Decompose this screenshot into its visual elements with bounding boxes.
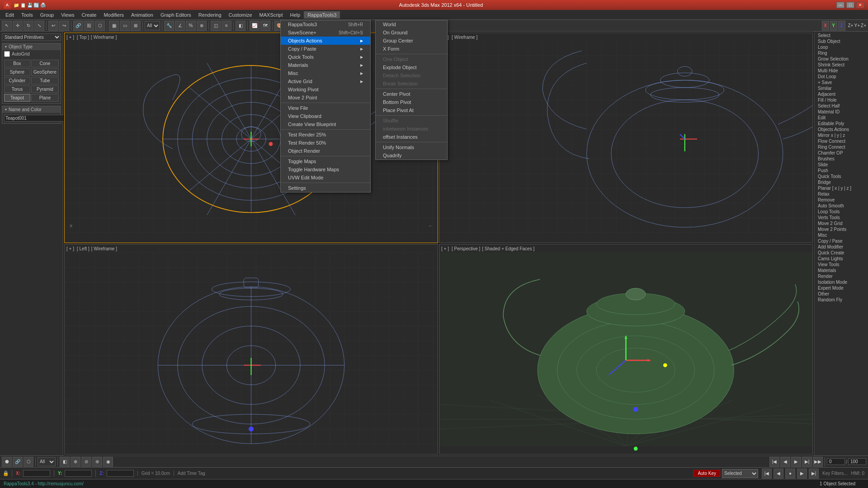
rp-objects-actions[interactable]: Objects Actions bbox=[815, 127, 867, 132]
bt-play[interactable]: ⬣ bbox=[2, 457, 12, 467]
viewport-top[interactable]: [ + ] [ Top ] [ Wireframe ] bbox=[64, 33, 438, 243]
tb-percent-snap[interactable]: % bbox=[186, 21, 196, 31]
rp-slide[interactable]: Slide bbox=[815, 162, 867, 168]
close-button[interactable]: ✕ bbox=[856, 2, 864, 8]
minimize-button[interactable]: ─ bbox=[836, 2, 844, 8]
bt-mirror2[interactable]: ⬡ bbox=[24, 457, 33, 467]
vp-bl-plus[interactable]: [ + ] bbox=[66, 246, 74, 251]
rp-render[interactable]: Render bbox=[815, 273, 867, 279]
btn-cone[interactable]: Cone bbox=[31, 60, 59, 67]
rp-material-id[interactable]: Material ID bbox=[815, 109, 867, 115]
rp-random-fly[interactable]: Random Fly bbox=[815, 297, 867, 303]
lock-icon[interactable]: 🔒 bbox=[0, 470, 12, 476]
z-coord-input[interactable]: 0.0cm bbox=[107, 470, 134, 477]
btn-tube[interactable]: Tube bbox=[31, 77, 59, 84]
tb-spinner-snap[interactable]: ⊕ bbox=[197, 21, 207, 31]
rp-grow-selection[interactable]: Grow Selection bbox=[815, 56, 867, 62]
btn-geosphere[interactable]: GeoSphere bbox=[31, 68, 59, 76]
btn-cylinder[interactable]: Cylinder bbox=[4, 77, 30, 84]
rp-ring-connect[interactable]: Ring Connect bbox=[815, 144, 867, 150]
kf-btn4[interactable]: ▶ bbox=[797, 469, 807, 479]
menu-create[interactable]: Create bbox=[78, 11, 100, 19]
tb-material-editor[interactable]: 🎨 bbox=[274, 21, 284, 31]
rp-chamfer-op[interactable]: Chamfer OP bbox=[815, 150, 867, 156]
kf-btn2[interactable]: ◀ bbox=[774, 469, 783, 479]
bt-snap[interactable]: 🔗 bbox=[13, 457, 23, 467]
tb-select-filter[interactable]: ▦ bbox=[109, 21, 119, 31]
maximize-button[interactable]: □ bbox=[846, 2, 854, 8]
x-coord-input[interactable]: 0.0cm bbox=[23, 470, 50, 477]
auto-key-button[interactable]: Auto Key bbox=[693, 470, 720, 477]
rp-dot-loop[interactable]: Dot Loop bbox=[815, 74, 867, 80]
tb-snap-toggle[interactable]: 🔧 bbox=[164, 21, 174, 31]
tb-redo[interactable]: ↪ bbox=[59, 21, 69, 31]
tb-bind-to-space[interactable]: ⬡ bbox=[95, 21, 105, 31]
vp-bl-mode[interactable]: [ Wireframe ] bbox=[91, 246, 117, 251]
rp-view-tools[interactable]: View Tools bbox=[815, 262, 867, 267]
rp-shrink-select[interactable]: Shrink Select bbox=[815, 62, 867, 68]
rp-misc[interactable]: Misc bbox=[815, 232, 867, 238]
tb-view-opt[interactable]: ⚙ bbox=[338, 21, 348, 31]
menu-animation[interactable]: Animation bbox=[127, 11, 157, 19]
tb-render-setup[interactable]: 📷 bbox=[285, 21, 295, 31]
tb-angle-snap[interactable]: ∠ bbox=[175, 21, 185, 31]
menu-tools[interactable]: Tools bbox=[18, 11, 37, 19]
rp-loop-tools[interactable]: Loop Tools bbox=[815, 209, 867, 215]
time-tag-label[interactable]: Add Time Tag bbox=[178, 471, 205, 476]
bt-play-fwd[interactable]: ▶ bbox=[791, 457, 801, 467]
tb-coord-x[interactable]: X bbox=[822, 21, 829, 31]
y-coord-input[interactable]: 0.0cm bbox=[65, 470, 92, 477]
btn-teapot[interactable]: Teapot bbox=[4, 94, 30, 102]
rp-auto-smooth[interactable]: Auto Smooth bbox=[815, 203, 867, 209]
autogrid-checkbox[interactable] bbox=[4, 51, 10, 57]
rp-adjacent[interactable]: Adjacent bbox=[815, 91, 867, 97]
btn-plane[interactable]: Plane bbox=[31, 94, 59, 102]
vp-tr-mode[interactable]: [ Wireframe ] bbox=[452, 35, 477, 40]
rp-select-half[interactable]: Select Half bbox=[815, 103, 867, 109]
viewport-left[interactable]: [ + ] [ Left ] [ Wireframe ] bbox=[64, 244, 438, 455]
rp-verts-tools[interactable]: Verts Tools bbox=[815, 215, 867, 221]
rp-fill-hole[interactable]: Fill / Hole bbox=[815, 97, 867, 103]
bt-btn5[interactable]: ◉ bbox=[103, 457, 113, 467]
viewport-perspective[interactable]: [ + ] [ Perspective ] [ Shaded + Edged F… bbox=[439, 244, 813, 455]
menu-rendering[interactable]: Rendering bbox=[195, 11, 225, 19]
rp-planar[interactable]: Planar [ x | y | z ] bbox=[815, 185, 867, 191]
bt-key-prev[interactable]: |◀ bbox=[769, 457, 779, 467]
tb-move[interactable]: ✛ bbox=[13, 21, 23, 31]
rp-copy-paste[interactable]: Copy / Pase bbox=[815, 238, 867, 244]
tb-coord-z[interactable]: Z bbox=[838, 21, 845, 31]
selected-dropdown[interactable]: Selected bbox=[722, 469, 758, 478]
kf-btn5[interactable]: ▶| bbox=[809, 469, 819, 479]
bt-btn4[interactable]: ⊛ bbox=[92, 457, 102, 467]
btn-sphere[interactable]: Sphere bbox=[4, 68, 30, 76]
tb-scale[interactable]: ⤡ bbox=[34, 21, 44, 31]
btn-torus[interactable]: Torus bbox=[4, 85, 30, 93]
menu-views[interactable]: Views bbox=[57, 11, 78, 19]
kf-btn3[interactable]: ● bbox=[785, 469, 795, 479]
rp-edit[interactable]: Edit bbox=[815, 115, 867, 121]
vp-tl-plus[interactable]: [ + ] bbox=[66, 35, 74, 40]
rp-push[interactable]: Push bbox=[815, 168, 867, 174]
rp-save[interactable]: + Save bbox=[815, 80, 867, 85]
bt-filter[interactable]: All bbox=[38, 457, 56, 466]
tb-select[interactable]: ↖ bbox=[2, 21, 12, 31]
vp-br-mode[interactable]: [ Shaded + Edged Faces ] bbox=[482, 246, 534, 251]
rp-materials[interactable]: Materials bbox=[815, 267, 867, 273]
name-color-header[interactable]: Name and Color bbox=[2, 106, 61, 113]
vp-tl-mode[interactable]: [ Wireframe ] bbox=[91, 35, 117, 40]
menu-customize[interactable]: Customize bbox=[225, 11, 256, 19]
menu-edit[interactable]: Edit bbox=[2, 11, 18, 19]
rp-ring[interactable]: Ring bbox=[815, 50, 867, 56]
tb-link[interactable]: 🔗 bbox=[73, 21, 83, 31]
primitives-dropdown[interactable]: Standard Primitives bbox=[2, 33, 61, 41]
vp-tl-view[interactable]: [ Top ] bbox=[77, 35, 89, 40]
bt-btn2[interactable]: ⊕ bbox=[71, 457, 80, 467]
rp-other[interactable]: Other bbox=[815, 291, 867, 297]
select-filter-dropdown[interactable]: All bbox=[145, 21, 160, 30]
menu-help[interactable]: Help bbox=[287, 11, 304, 19]
bt-btn3[interactable]: ⊘ bbox=[81, 457, 91, 467]
menu-group[interactable]: Group bbox=[37, 11, 58, 19]
btn-pyramid[interactable]: Pyramid bbox=[31, 85, 59, 93]
tb-render[interactable]: ▶ bbox=[296, 21, 306, 31]
rp-mirror[interactable]: Mirror x | y | z bbox=[815, 132, 867, 138]
